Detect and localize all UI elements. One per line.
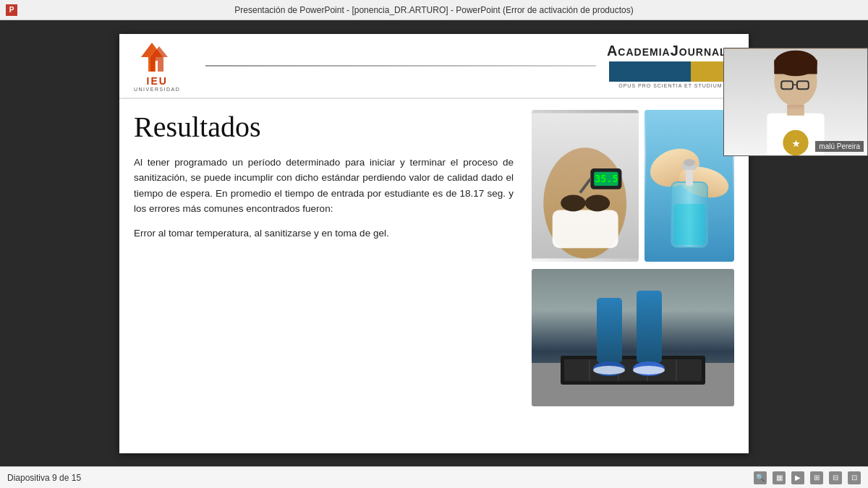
grid-icon[interactable]: ⊞ xyxy=(810,471,823,484)
academia-blue-block xyxy=(609,61,691,82)
academia-bar xyxy=(609,61,732,82)
svg-point-15 xyxy=(585,194,610,211)
academia-title: AcademiaJournals xyxy=(607,43,734,59)
slide: IEU UNIVERSIDAD AcademiaJournals OPUS PR… xyxy=(119,34,749,453)
svg-rect-24 xyxy=(686,168,693,186)
header-divider xyxy=(205,65,596,67)
svg-rect-13 xyxy=(553,210,618,248)
svg-rect-36 xyxy=(597,298,622,363)
academia-subtitle: OPUS PRO SCIENTIA ET STUDIUM xyxy=(618,83,722,88)
ieu-subtext: UNIVERSIDAD xyxy=(134,87,180,92)
slide-body: Resultados Al tener programado un períod… xyxy=(119,99,749,453)
svg-rect-8 xyxy=(787,105,804,116)
academia-logo: AcademiaJournals OPUS PRO SCIENTIA ET ST… xyxy=(607,43,734,88)
ieu-logo: IEU UNIVERSIDAD xyxy=(134,39,180,92)
view-icon[interactable]: ▦ xyxy=(773,471,786,484)
svg-rect-3 xyxy=(774,60,817,74)
slide-paragraph-1: Al tener programado un período determina… xyxy=(134,155,514,217)
sanitizer-svg xyxy=(646,110,733,262)
svg-text:35.5: 35.5 xyxy=(595,174,618,184)
app-icon: P xyxy=(6,4,17,16)
title-bar: P Presentación de PowerPoint - [ponencia… xyxy=(0,0,868,20)
slide-left: Resultados Al tener programado un períod… xyxy=(134,110,521,442)
slide-right: 35.5 xyxy=(532,110,734,442)
main-area: malú Pereira ★ xyxy=(0,20,868,466)
svg-point-26 xyxy=(684,159,695,166)
academia-title-text: AcademiaJournals xyxy=(607,43,734,59)
thermometer-image: 35.5 xyxy=(532,110,639,262)
slide-title: Resultados xyxy=(134,110,514,144)
ieu-symbol xyxy=(137,39,177,75)
svg-rect-27 xyxy=(673,204,705,245)
fit-icon[interactable]: ⊡ xyxy=(848,471,861,484)
ieu-text: IEU xyxy=(147,75,168,87)
zoom-icon[interactable]: 🔍 xyxy=(754,471,767,484)
webcam-label: malú Pereira xyxy=(815,141,864,152)
layout-icon[interactable]: ⊟ xyxy=(829,471,842,484)
status-bar: Diapositiva 9 de 15 🔍 ▦ ▶ ⊞ ⊟ ⊡ xyxy=(0,466,868,488)
slide-header: IEU UNIVERSIDAD AcademiaJournals OPUS PR… xyxy=(119,34,749,99)
webcam-badge: ★ xyxy=(783,130,809,155)
slide-info: Diapositiva 9 de 15 xyxy=(7,473,754,483)
sanitizer-image xyxy=(644,110,734,262)
mat-image xyxy=(532,269,734,406)
svg-point-41 xyxy=(633,366,665,374)
mat-svg xyxy=(532,269,734,406)
images-top-row: 35.5 xyxy=(532,110,734,262)
svg-point-40 xyxy=(593,366,625,374)
play-icon[interactable]: ▶ xyxy=(791,471,804,484)
thermometer-svg: 35.5 xyxy=(532,110,639,262)
slide-paragraph-2: Error al tomar temperatura, al sanitizar… xyxy=(134,226,514,241)
statusbar-icons: 🔍 ▦ ▶ ⊞ ⊟ ⊡ xyxy=(754,471,861,484)
title-bar-text: Presentación de PowerPoint - [ponencia_D… xyxy=(234,5,633,15)
webcam-overlay: malú Pereira ★ xyxy=(723,48,868,156)
slide-content: Al tener programado un período determina… xyxy=(134,155,514,241)
svg-point-14 xyxy=(561,194,585,211)
svg-text:★: ★ xyxy=(792,139,800,149)
svg-rect-37 xyxy=(637,291,662,363)
